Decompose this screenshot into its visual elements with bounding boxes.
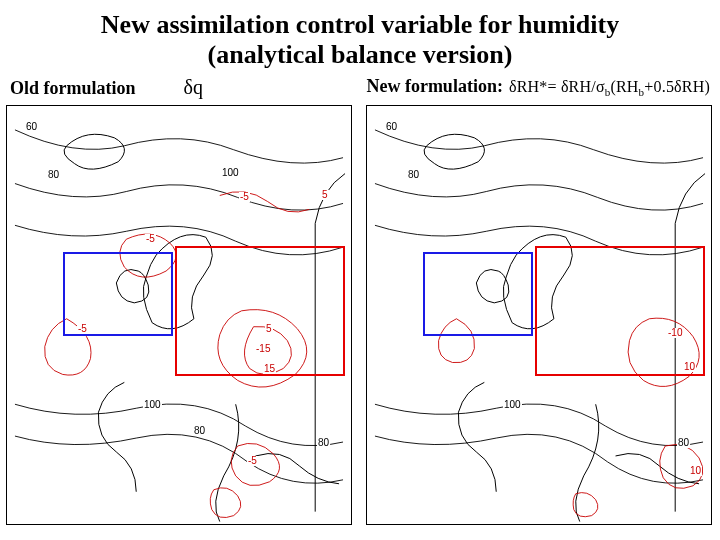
contour-label: 60: [25, 122, 38, 132]
contour-label: 10: [683, 362, 696, 372]
contour-label: 10: [689, 466, 702, 476]
contour-label: 80: [193, 426, 206, 436]
contour-label: -10: [667, 328, 683, 338]
contour-label: -5: [77, 324, 88, 334]
title-line1: New assimilation control variable for hu…: [101, 10, 619, 39]
contour-label: 5: [321, 190, 329, 200]
old-label-text: Old formulation: [10, 78, 136, 99]
old-formulation-label: Old formulation δq: [10, 76, 203, 99]
slide-title: New assimilation control variable for hu…: [0, 0, 720, 70]
contour-label: -5: [247, 456, 258, 466]
new-label-text: New formulation:: [366, 76, 502, 97]
contour-label: 80: [407, 170, 420, 180]
map-row: 6080100-55-5-5515-1510080-580 6080-10101…: [0, 105, 720, 525]
map-panel-old: 6080100-55-5-5515-1510080-580: [6, 105, 352, 525]
contour-label: 80: [317, 438, 330, 448]
contour-label: -5: [239, 192, 250, 202]
contour-label: 5: [265, 324, 273, 334]
map-panel-new: 6080-10101080100: [366, 105, 712, 525]
new-formulation-label: New formulation: δRH*= δRH/σb(RHb+0.5δRH…: [366, 76, 710, 99]
contour-label: 100: [143, 400, 162, 410]
contour-label: -5: [145, 234, 156, 244]
formula-text: δRH*= δRH/σb(RHb+0.5δRH): [509, 78, 710, 98]
contour-label: 100: [503, 400, 522, 410]
contour-label: -15: [255, 344, 271, 354]
panel-headers: Old formulation δq New formulation: δRH*…: [0, 76, 720, 99]
contour-label: 100: [221, 168, 240, 178]
contour-label: 15: [263, 364, 276, 374]
contour-label: 80: [47, 170, 60, 180]
title-line2: (analytical balance version): [0, 40, 720, 70]
contour-label: 80: [677, 438, 690, 448]
contour-label: 60: [385, 122, 398, 132]
delta-q-symbol: δq: [184, 76, 203, 99]
